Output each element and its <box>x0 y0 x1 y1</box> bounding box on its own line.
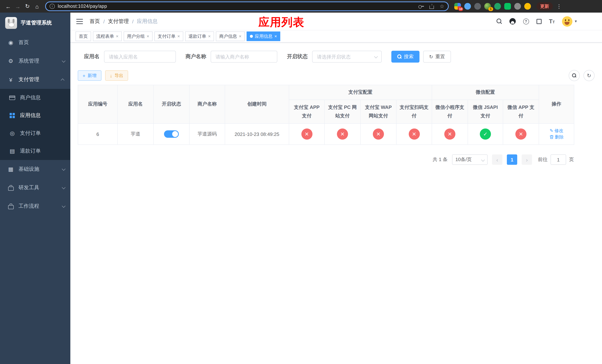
sidebar-item-devtools[interactable]: 研发工具 <box>0 179 70 197</box>
reload-icon[interactable]: ↻ <box>23 2 32 11</box>
app-title: 芋道管理系统 <box>21 20 52 26</box>
app-logo[interactable]: 芋道管理系统 <box>0 13 70 33</box>
sidebar-item-label: 基础设施 <box>19 166 39 172</box>
toggle-search-button[interactable] <box>569 70 580 81</box>
goto-page-input[interactable] <box>550 154 566 165</box>
sidebar-item-app-info[interactable]: 应用信息 <box>0 107 70 124</box>
edit-link[interactable]: ✎修改 <box>550 128 563 134</box>
page-annotation: 应用列表 <box>258 15 304 30</box>
close-icon[interactable]: × <box>116 34 118 39</box>
search-button[interactable]: 搜索 <box>391 51 419 63</box>
close-icon[interactable]: × <box>274 34 277 39</box>
help-icon[interactable]: ? <box>523 18 529 24</box>
home-icon[interactable]: ⌂ <box>32 2 42 11</box>
extension-green-circle-icon[interactable] <box>494 3 501 10</box>
cell-app-name: 芋道 <box>118 124 153 145</box>
breadcrumb-section[interactable]: 支付管理 <box>108 18 129 25</box>
close-icon[interactable]: × <box>239 34 241 39</box>
status-select[interactable] <box>312 51 382 63</box>
menu-fold-icon[interactable] <box>76 19 83 24</box>
page-size-select[interactable]: 10条/页 <box>452 154 488 165</box>
export-button[interactable]: ↓ 导出 <box>105 70 128 81</box>
tab-process-form[interactable]: 流程表单× <box>93 32 122 41</box>
status-toggle[interactable] <box>164 130 179 138</box>
extension-wechat-icon[interactable] <box>504 3 511 10</box>
extension-emoji-icon[interactable] <box>524 3 531 10</box>
back-icon[interactable]: ← <box>4 2 13 11</box>
chrome-update-button[interactable]: 更新 <box>537 2 553 10</box>
col-header-alipay-app: 支付宝 APP 支付 <box>289 100 324 124</box>
col-header-alipay-qr: 支付宝扫码支付 <box>396 100 432 124</box>
fullscreen-icon[interactable] <box>536 19 541 24</box>
close-icon[interactable]: × <box>208 34 211 39</box>
plus-icon: + <box>83 73 85 78</box>
close-icon[interactable]: × <box>147 34 149 39</box>
site-info-icon[interactable]: i <box>50 4 55 9</box>
add-button[interactable]: + 新增 <box>78 70 101 81</box>
browser-menu-icon[interactable]: ⋮ <box>557 3 562 9</box>
avatar[interactable] <box>562 16 573 26</box>
app-name-input[interactable] <box>104 51 176 63</box>
breadcrumb-home[interactable]: 首页 <box>90 18 100 25</box>
sidebar: 芋道管理系统 ◉ 首页 ⚙ 系统管理 ¥ 支付管理 <box>0 13 70 364</box>
extension-drop-icon[interactable] <box>464 3 471 10</box>
font-size-icon[interactable]: TT <box>549 18 555 24</box>
share-icon[interactable] <box>430 4 434 9</box>
search-icon[interactable] <box>496 19 502 24</box>
total-count: 共 1 条 <box>433 156 448 163</box>
sidebar-item-refund-order[interactable]: ▤ 退款订单 <box>0 142 70 160</box>
status-select-input[interactable] <box>312 51 382 63</box>
reset-button[interactable]: ↻ 重置 <box>423 51 451 63</box>
tab-app-info[interactable]: 应用信息× <box>247 32 280 41</box>
sidebar-item-merchant-info[interactable]: 商户信息 <box>0 89 70 107</box>
sidebar-item-system[interactable]: ⚙ 系统管理 <box>0 52 70 70</box>
address-bar[interactable]: i localhost:1024/pay/app ☆ <box>45 1 449 11</box>
delete-link[interactable]: 删除 <box>549 134 564 140</box>
refresh-button[interactable]: ↻ <box>583 70 595 81</box>
refresh-icon: ↻ <box>429 54 433 59</box>
sidebar-item-label: 商户信息 <box>20 95 41 101</box>
col-header-wechat-jsapi: 微信 JSAPI 支付 <box>468 100 503 124</box>
extension-glyph <box>464 3 471 10</box>
toolbox-icon <box>8 186 13 191</box>
reset-button-label: 重置 <box>435 53 445 60</box>
next-page-button[interactable]: › <box>522 154 532 165</box>
sidebar-item-workflow[interactable]: 工作流程 <box>0 197 70 215</box>
url-text[interactable]: localhost:1024/pay/app <box>58 4 107 9</box>
github-icon[interactable] <box>509 18 516 24</box>
extension-puzzle-icon[interactable] <box>514 3 521 10</box>
forward-icon[interactable]: → <box>13 2 22 11</box>
tab-refund-order[interactable]: 退款订单× <box>185 32 214 41</box>
app-name-label: 应用名 <box>84 53 100 60</box>
tab-home[interactable]: 首页 <box>75 32 91 41</box>
close-icon[interactable]: × <box>177 34 180 39</box>
table-row: 6 芋道 芋道源码 2021-10-23 08:49:25 ✕ ✕ ✕ ✕ ✕ <box>78 124 574 145</box>
breadcrumb-separator: / <box>103 18 105 24</box>
password-key-icon[interactable] <box>419 5 424 8</box>
extension-avatar-icon[interactable]: 1 <box>484 3 491 10</box>
tab-pay-order[interactable]: 支付订单× <box>154 32 183 41</box>
sidebar-item-payment[interactable]: ¥ 支付管理 <box>0 70 70 89</box>
extension-dark-icon[interactable] <box>474 3 481 10</box>
cell-app-id: 6 <box>78 124 118 145</box>
caret-down-icon: ▾ <box>575 19 577 24</box>
breadcrumb-current: 应用信息 <box>137 18 158 25</box>
user-menu[interactable]: ▾ <box>562 16 577 26</box>
alipay-qr-status-icon: ✕ <box>408 128 420 139</box>
extension-glyph <box>524 3 531 10</box>
sidebar-item-home[interactable]: ◉ 首页 <box>0 33 70 52</box>
tab-merchant-info[interactable]: 商户信息× <box>216 32 245 41</box>
chevron-down-icon <box>62 204 65 208</box>
tab-user-group[interactable]: 用户分组× <box>124 32 152 41</box>
extension-grid-icon[interactable]: 10 <box>454 3 461 10</box>
merchant-name-input[interactable] <box>211 51 277 63</box>
sidebar-item-infra[interactable]: ▦ 基础设施 <box>0 160 70 179</box>
credit-card-icon <box>9 96 15 100</box>
bookmark-star-icon[interactable]: ☆ <box>440 3 444 9</box>
page-number-current[interactable]: 1 <box>507 154 517 165</box>
prev-page-button[interactable]: ‹ <box>492 154 502 165</box>
page-content: 应用名 商户名称 开启状态 <box>70 43 602 364</box>
col-header-create-time: 创建时间 <box>225 85 289 124</box>
search-icon <box>572 73 576 78</box>
sidebar-item-pay-order[interactable]: ◎ 支付订单 <box>0 124 70 142</box>
